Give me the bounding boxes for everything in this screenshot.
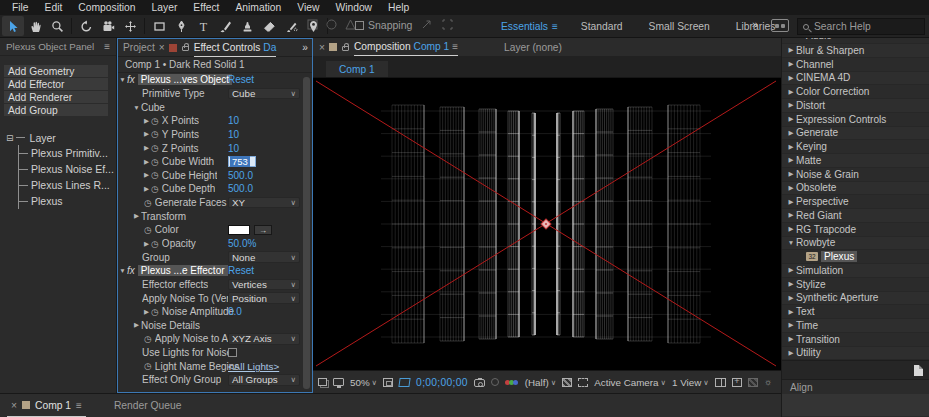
- workspace-menu-icon[interactable]: ≡: [552, 21, 558, 32]
- close-icon[interactable]: ×: [11, 400, 17, 411]
- expand-icon[interactable]: ▶: [786, 280, 796, 288]
- category-color-correction[interactable]: ▶Color Correction: [782, 85, 929, 99]
- collapse-icon[interactable]: ▼: [786, 239, 796, 246]
- property-value[interactable]: 50.0%: [228, 238, 256, 249]
- expand-icon[interactable]: ▶: [786, 225, 796, 233]
- video-preview-icon[interactable]: [333, 378, 344, 386]
- snapshot-camera-icon[interactable]: [474, 379, 485, 387]
- category-generate[interactable]: ▶Generate: [782, 127, 929, 141]
- effect-row-color[interactable]: ◷Color→: [118, 223, 312, 237]
- effect-name[interactable]: Plexus ...e Effector: [138, 265, 228, 276]
- always-preview-icon[interactable]: [318, 378, 327, 386]
- menu-help[interactable]: Help: [380, 2, 417, 13]
- close-icon[interactable]: ×: [319, 42, 325, 53]
- category-rowbyte[interactable]: ▼Rowbyte: [782, 237, 929, 251]
- reset-link[interactable]: Reset: [228, 74, 254, 85]
- category-transition[interactable]: ▶Transition: [782, 333, 929, 347]
- expand-icon[interactable]: ▶: [786, 156, 796, 164]
- effect-row-plexus-ves-object[interactable]: ▼fxPlexus ...ves ObjectReset: [118, 73, 312, 87]
- property-value[interactable]: 10: [228, 115, 239, 126]
- expand-icon[interactable]: ▶: [142, 117, 151, 125]
- collapse-icon[interactable]: ▼: [118, 76, 127, 83]
- expand-icon[interactable]: ▶: [786, 129, 796, 137]
- expand-icon[interactable]: ▶: [786, 88, 796, 96]
- effect-controls-scrollbar[interactable]: [303, 77, 310, 389]
- lock-icon[interactable]: [181, 42, 190, 53]
- tree-item-plexus-primitiv[interactable]: Plexus Primitiv...: [19, 145, 116, 161]
- reset-link[interactable]: Reset: [228, 265, 254, 276]
- expand-icon[interactable]: ▶: [786, 308, 796, 316]
- expand-icon[interactable]: ▶: [786, 266, 796, 274]
- expand-icon[interactable]: ▶: [786, 60, 796, 68]
- world-axis-icon[interactable]: [325, 18, 338, 31]
- effect-row-group[interactable]: GroupNone∨: [118, 250, 312, 264]
- composition-viewer[interactable]: [313, 78, 781, 370]
- camera-view-dropdown[interactable]: Active Camera ∨: [594, 377, 666, 388]
- workspace-standard[interactable]: Standard: [568, 21, 636, 32]
- expand-icon[interactable]: ▶: [786, 294, 796, 302]
- effect-row-opacity[interactable]: ▶◷Opacity50.0%: [118, 237, 312, 251]
- panel-menu-icon[interactable]: ≡: [452, 41, 458, 52]
- category-red-giant[interactable]: ▶Red Giant: [782, 209, 929, 223]
- effect-row-noise-details[interactable]: ▶Noise Details: [118, 319, 312, 333]
- stopwatch-icon[interactable]: ◷: [151, 143, 159, 153]
- clone-stamp-tool[interactable]: [236, 16, 258, 36]
- workspace-overflow-icon[interactable]: »: [752, 18, 758, 30]
- stopwatch-icon[interactable]: ◷: [151, 116, 159, 126]
- category-channel[interactable]: ▶Channel: [782, 58, 929, 72]
- light-name-link[interactable]: <All Lights>: [228, 361, 279, 372]
- property-value[interactable]: 10: [228, 143, 239, 154]
- effect-row-cube[interactable]: ▼Cube: [118, 100, 312, 114]
- property-value[interactable]: 500.0: [228, 170, 253, 181]
- tab-layer[interactable]: Layer (none): [504, 42, 562, 53]
- stopwatch-icon[interactable]: ◷: [144, 225, 152, 235]
- button-add-renderer[interactable]: Add Renderer: [4, 91, 108, 103]
- roto-brush-tool[interactable]: [280, 16, 302, 36]
- effect-row-cube-height[interactable]: ▶◷Cube Height500.0: [118, 168, 312, 182]
- zoom-tool[interactable]: [46, 16, 68, 36]
- menu-composition[interactable]: Composition: [70, 2, 143, 13]
- search-help-box[interactable]: Search Help: [797, 18, 925, 35]
- composition-viewer-canvas[interactable]: [313, 78, 779, 367]
- tab-project[interactable]: Project: [123, 42, 155, 53]
- camera-tool[interactable]: [97, 16, 119, 36]
- tab-effect-controls[interactable]: Effect Controls Da: [194, 39, 277, 57]
- effect-row-x-points[interactable]: ▶◷X Points10: [118, 114, 312, 128]
- expand-icon[interactable]: ▶: [786, 198, 796, 206]
- category-text[interactable]: ▶Text: [782, 305, 929, 319]
- tab-render-queue[interactable]: Render Queue: [114, 400, 182, 411]
- expand-icon[interactable]: ▶: [786, 335, 796, 343]
- rotation-tool[interactable]: [75, 16, 97, 36]
- magnification-dropdown[interactable]: 50% ∨: [350, 377, 377, 388]
- expand-icon[interactable]: ▶: [786, 321, 796, 329]
- effect-row-apply-noise-to-verti[interactable]: Apply Noise To (VertiPosition∨: [118, 291, 312, 305]
- effect-row-primitive-type[interactable]: Primitive TypeCube∨: [118, 87, 312, 101]
- expand-icon[interactable]: ▶: [142, 185, 151, 193]
- effect-row-use-lights-for-noise[interactable]: Use Lights for Noise: [118, 346, 312, 360]
- category-utility[interactable]: ▶Utility: [782, 347, 929, 361]
- button-add-effector[interactable]: Add Effector: [4, 78, 108, 90]
- menu-file[interactable]: File: [4, 2, 37, 13]
- corner-box-icon[interactable]: [441, 18, 454, 31]
- workspace-bar-icon[interactable]: [771, 19, 789, 32]
- effect-row-y-points[interactable]: ▶◷Y Points10: [118, 128, 312, 142]
- stopwatch-icon[interactable]: ◷: [151, 239, 159, 249]
- category-distort[interactable]: ▶Distort: [782, 99, 929, 113]
- eraser-tool[interactable]: [258, 16, 280, 36]
- menu-animation[interactable]: Animation: [227, 2, 289, 13]
- dropdown-apply-noise-to-axi[interactable]: XYZ Axis∨: [228, 333, 300, 345]
- expand-icon[interactable]: ▶: [786, 143, 796, 151]
- category-rg-trapcode[interactable]: ▶RG Trapcode: [782, 223, 929, 237]
- effect-row-apply-noise-to-axi[interactable]: ◷Apply Noise to AxiXYZ Axis∨: [118, 332, 312, 346]
- expand-icon[interactable]: ▶: [786, 46, 796, 54]
- expand-icon[interactable]: ▶: [142, 240, 151, 248]
- view-layout-dropdown[interactable]: 1 View ∨: [672, 377, 709, 388]
- stopwatch-icon[interactable]: ◷: [151, 129, 159, 139]
- workspace-small-screen[interactable]: Small Screen: [636, 21, 723, 32]
- rectangle-tool[interactable]: [148, 16, 170, 36]
- category-synthetic-aperture[interactable]: ▶Synthetic Aperture: [782, 292, 929, 306]
- effect-row-generate-faces[interactable]: ◷Generate FacesXY∨: [118, 196, 312, 210]
- close-icon[interactable]: ×: [159, 42, 165, 53]
- effect-row-transform[interactable]: ▶Transform: [118, 209, 312, 223]
- expand-icon[interactable]: ▶: [786, 184, 796, 192]
